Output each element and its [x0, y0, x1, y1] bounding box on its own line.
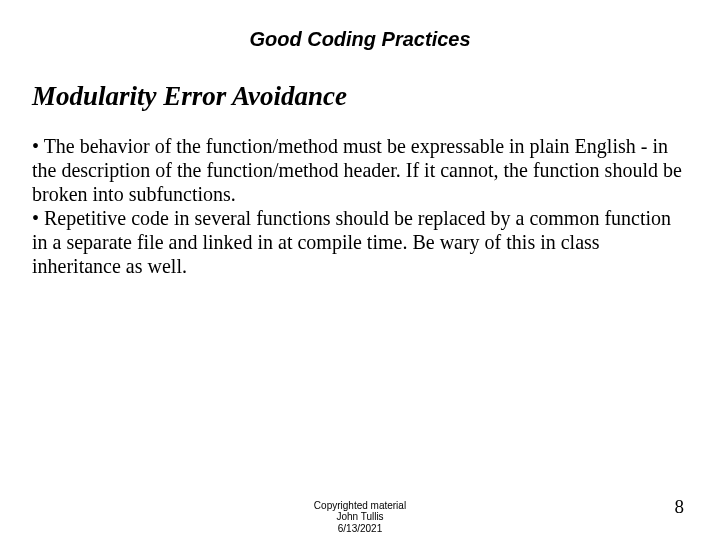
footer-date: 6/13/2021 [0, 523, 720, 535]
slide-footer: Copyrighted material John Tullis 6/13/20… [0, 500, 720, 535]
footer-copyright: Copyrighted material [0, 500, 720, 512]
slide-title: Modularity Error Avoidance [0, 51, 720, 112]
bullet-1: The behavior of the function/method must… [32, 135, 682, 205]
bullet-2: Repetitive code in several functions sho… [32, 207, 671, 277]
page-number: 8 [675, 496, 685, 518]
footer-author: John Tullis [0, 511, 720, 523]
slide-body: • The behavior of the function/method mu… [0, 112, 720, 278]
slide-header: Good Coding Practices [0, 0, 720, 51]
